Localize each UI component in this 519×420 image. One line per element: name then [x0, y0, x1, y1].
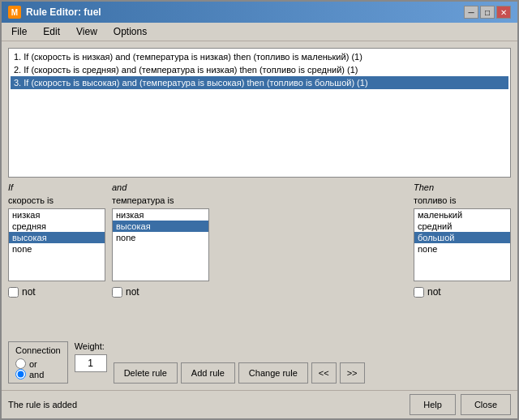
title-buttons: ─ □ ✕: [464, 6, 511, 19]
menu-options[interactable]: Options: [107, 24, 153, 39]
if-not-label: not: [22, 286, 36, 298]
and-item-2[interactable]: высокая: [113, 221, 208, 232]
weight-area: Weight:: [75, 341, 107, 372]
change-rule-button[interactable]: Change rule: [238, 362, 308, 384]
if-item-4[interactable]: none: [9, 243, 105, 255]
if-sublabel: скорость is: [8, 195, 105, 205]
if-listbox[interactable]: низкая средняя высокая none: [8, 208, 105, 281]
if-item-2[interactable]: средняя: [9, 221, 105, 232]
main-window: M Rule Editor: fuel ─ □ ✕ File Edit View…: [0, 0, 519, 420]
then-group: Then топливо is маленький средний большо…: [414, 182, 511, 336]
and-group: and температура is низкая высокая none n…: [112, 182, 209, 336]
if-not-checkbox[interactable]: [8, 287, 19, 298]
rule-item-3[interactable]: 3. If (скорость is высокая) and (темпера…: [11, 76, 508, 89]
then-item-4[interactable]: none: [414, 243, 510, 255]
menu-view[interactable]: View: [70, 24, 104, 39]
title-bar: M Rule Editor: fuel ─ □ ✕: [2, 2, 517, 23]
menu-file[interactable]: File: [5, 24, 33, 39]
and-sublabel: температура is: [112, 195, 209, 205]
close-button[interactable]: ✕: [496, 6, 511, 19]
then-not-checkbox[interactable]: [414, 287, 424, 298]
then-item-1[interactable]: маленький: [414, 209, 510, 221]
menu-edit[interactable]: Edit: [36, 24, 66, 39]
if-item-3[interactable]: высокая: [9, 232, 105, 243]
app-icon: M: [8, 6, 21, 19]
connection-title: Connection: [15, 345, 61, 355]
radio-and-label: and: [29, 370, 44, 379]
buttons-row: Delete rule Add rule Change rule << >>: [114, 362, 365, 384]
maximize-button[interactable]: □: [480, 6, 495, 19]
if-item-1[interactable]: низкая: [9, 209, 105, 221]
then-sublabel: топливо is: [414, 195, 511, 205]
status-text: The rule is added: [8, 400, 77, 409]
then-item-2[interactable]: средний: [414, 221, 510, 232]
spacer: [216, 182, 407, 336]
then-not-label: not: [427, 286, 441, 298]
content-area: 1. If (скорость is низкая) and (температ…: [2, 41, 517, 390]
radio-and[interactable]: [15, 369, 26, 379]
radio-and-row: and: [15, 369, 61, 379]
if-group: If скорость is низкая средняя высокая no…: [8, 182, 105, 336]
conditions-row: If скорость is низкая средняя высокая no…: [8, 182, 511, 336]
add-rule-button[interactable]: Add rule: [181, 362, 235, 384]
nav-left-button[interactable]: <<: [311, 362, 337, 384]
nav-right-button[interactable]: >>: [340, 362, 365, 384]
radio-or[interactable]: [15, 358, 26, 369]
rule-item-1[interactable]: 1. If (скорость is низкая) and (температ…: [11, 50, 508, 63]
and-item-1[interactable]: низкая: [113, 209, 208, 221]
then-label: Then: [414, 182, 511, 192]
and-item-3[interactable]: none: [113, 232, 208, 243]
connection-box: Connection or and: [8, 341, 68, 384]
status-buttons: Help Close: [410, 394, 511, 415]
title-bar-left: M Rule Editor: fuel: [8, 6, 101, 19]
delete-rule-button[interactable]: Delete rule: [114, 362, 178, 384]
and-label: and: [112, 182, 209, 192]
and-listbox[interactable]: низкая высокая none: [112, 208, 209, 281]
then-listbox[interactable]: маленький средний большой none: [414, 208, 511, 281]
radio-or-row: or: [15, 358, 61, 369]
if-label: If: [8, 182, 105, 192]
menu-bar: File Edit View Options: [2, 23, 517, 41]
rule-item-2[interactable]: 2. If (скорость is средняя) and (темпера…: [11, 63, 508, 76]
weight-label: Weight:: [75, 341, 107, 351]
and-not-checkbox[interactable]: [112, 287, 122, 298]
then-not-row: not: [414, 286, 511, 298]
then-item-3[interactable]: большой: [414, 232, 510, 243]
status-bar: The rule is added Help Close: [2, 390, 517, 418]
bottom-area: Connection or and Weight: Delete rule Ad…: [8, 341, 511, 384]
minimize-button[interactable]: ─: [464, 6, 478, 19]
help-button[interactable]: Help: [410, 394, 456, 415]
window-title: Rule Editor: fuel: [26, 6, 101, 18]
if-not-row: not: [8, 286, 105, 298]
radio-or-label: or: [29, 359, 37, 369]
and-not-row: not: [112, 286, 209, 298]
close-button-bottom[interactable]: Close: [461, 394, 511, 415]
weight-input[interactable]: [75, 354, 107, 372]
and-not-label: not: [126, 286, 139, 298]
rules-list[interactable]: 1. If (скорость is низкая) and (температ…: [8, 48, 511, 178]
